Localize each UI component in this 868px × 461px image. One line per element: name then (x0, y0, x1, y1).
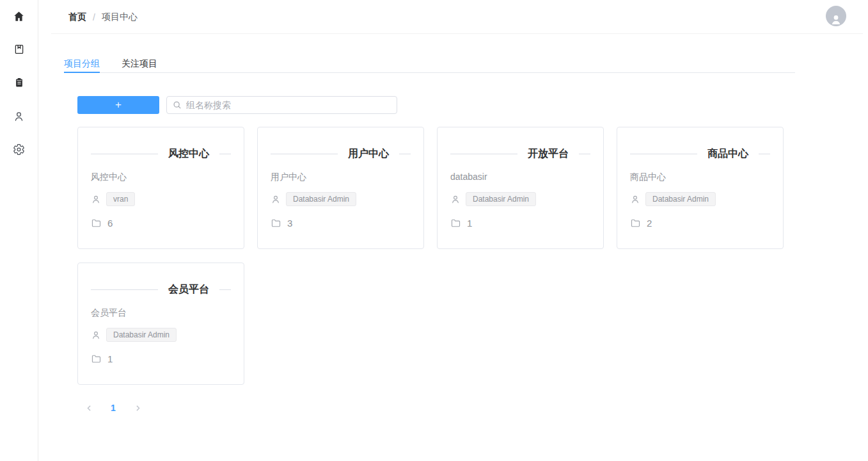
group-title: 开放平台 (528, 147, 569, 161)
group-count-row: 1 (450, 215, 590, 230)
group-count-row: 6 (91, 215, 231, 230)
group-title: 商品中心 (707, 147, 748, 161)
breadcrumb-current: 项目中心 (102, 12, 138, 23)
group-owner-row: Databasir Admin (630, 191, 770, 207)
card-title-divider: 用户中心 (271, 147, 411, 160)
project-count: 1 (107, 353, 113, 364)
group-count-row: 2 (630, 215, 770, 230)
group-search-input[interactable] (186, 100, 391, 110)
folder-icon (271, 218, 281, 229)
group-title: 风控中心 (168, 147, 209, 161)
group-title: 会员平台 (168, 283, 209, 296)
group-card-huiyuan[interactable]: 会员平台 会员平台 Databasir Admin 1 (77, 263, 244, 385)
group-owner-row: Databasir Admin (91, 327, 231, 343)
breadcrumb: 首页 / 项目中心 (68, 0, 138, 34)
sidebar-item-home[interactable] (12, 8, 27, 24)
project-count: 6 (107, 218, 113, 229)
group-card-yonghu[interactable]: 用户中心 用户中心 Databasir Admin 3 (257, 127, 424, 249)
member-icon (271, 194, 281, 204)
sidebar (0, 0, 38, 461)
folder-icon (91, 353, 102, 364)
group-card-kaifang[interactable]: 开放平台 databasir Databasir Admin 1 (437, 127, 604, 249)
breadcrumb-home[interactable]: 首页 (68, 12, 86, 23)
group-card-fengkong[interactable]: 风控中心 风控中心 vran 6 (77, 127, 244, 249)
group-search-box (166, 96, 397, 114)
header: 首页 / 项目中心 (38, 0, 868, 34)
header-divider (51, 33, 863, 34)
member-icon (450, 194, 461, 204)
user-avatar[interactable] (826, 6, 846, 26)
user-icon (13, 110, 25, 122)
group-owner-row: Databasir Admin (271, 191, 411, 207)
card-title-divider: 会员平台 (91, 283, 231, 296)
group-description: 用户中心 (271, 170, 411, 183)
owner-tag: vran (106, 192, 135, 206)
group-title: 用户中心 (348, 147, 389, 161)
folder-icon (630, 218, 641, 229)
sidebar-item-projects[interactable] (12, 75, 27, 90)
group-card-shangpin[interactable]: 商品中心 商品中心 Databasir Admin 2 (617, 127, 784, 249)
sidebar-item-docs[interactable] (12, 42, 27, 57)
member-icon (91, 330, 101, 340)
next-page-button[interactable] (127, 399, 148, 417)
add-group-button[interactable]: + (77, 96, 159, 114)
gear-icon (13, 143, 25, 156)
owner-tag: Databasir Admin (106, 328, 177, 342)
project-count: 3 (287, 218, 292, 229)
tab-bar: 项目分组 关注项目 (64, 54, 795, 73)
page-number-1[interactable]: 1 (103, 399, 123, 417)
folder-icon (450, 218, 461, 229)
project-count: 2 (647, 218, 652, 229)
prev-page-button[interactable] (79, 399, 99, 417)
group-description: 风控中心 (91, 170, 231, 183)
sidebar-item-users[interactable] (12, 108, 27, 124)
group-description: 会员平台 (91, 306, 231, 319)
plus-icon: + (115, 99, 122, 110)
member-icon (630, 194, 640, 204)
group-count-row: 3 (271, 215, 411, 230)
owner-tag: Databasir Admin (466, 192, 536, 206)
group-owner-row: vran (91, 191, 231, 207)
card-title-divider: 风控中心 (91, 147, 231, 160)
group-description: databasir (450, 170, 590, 183)
chevron-right-icon (134, 404, 142, 412)
pagination: 1 (77, 399, 150, 417)
member-icon (91, 194, 101, 204)
search-icon (173, 101, 182, 109)
group-card-grid: 风控中心 风控中心 vran 6 用户中心 用户中心 Data (77, 127, 784, 385)
sidebar-item-settings[interactable] (12, 142, 27, 157)
owner-tag: Databasir Admin (645, 192, 716, 206)
project-count: 1 (467, 218, 472, 229)
folder-icon (91, 218, 102, 229)
owner-tag: Databasir Admin (286, 192, 356, 206)
card-title-divider: 商品中心 (630, 147, 770, 160)
breadcrumb-separator: / (93, 12, 95, 22)
chevron-left-icon (85, 404, 93, 412)
group-description: 商品中心 (630, 170, 770, 183)
group-count-row: 1 (91, 351, 231, 366)
group-owner-row: Databasir Admin (450, 191, 590, 207)
tab-project-groups[interactable]: 项目分组 (64, 54, 100, 72)
user-avatar-icon (829, 12, 843, 26)
clipboard-icon (13, 77, 25, 88)
home-icon (13, 10, 25, 22)
card-title-divider: 开放平台 (450, 147, 590, 160)
tab-followed-projects[interactable]: 关注项目 (122, 54, 157, 72)
book-icon (13, 44, 25, 55)
